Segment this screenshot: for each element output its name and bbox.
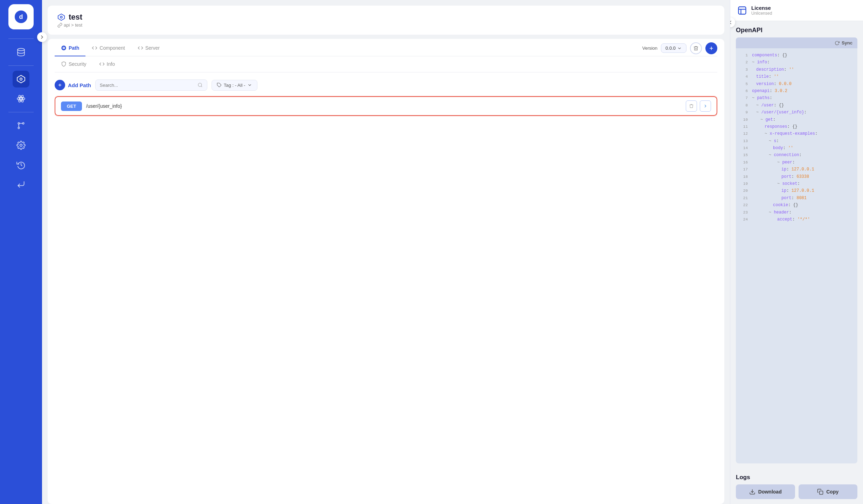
- sidebar-item-api[interactable]: [13, 71, 29, 88]
- path-tab-icon: [61, 45, 67, 51]
- code-line-15: 15 ~ connection:: [741, 152, 852, 159]
- code-line-11: 11 responses: {}: [741, 123, 852, 130]
- sidebar-item-database[interactable]: [13, 44, 29, 61]
- code-line-3: 3 description: '': [741, 66, 852, 73]
- svg-rect-31: [820, 491, 823, 495]
- download-label: Download: [758, 489, 782, 495]
- logs-actions: Download Copy: [736, 484, 857, 499]
- path-delete-button[interactable]: [686, 100, 697, 112]
- add-path-plus-icon: [55, 80, 65, 90]
- right-panel: License Unlicensed OpenAPI Sync 1 compon…: [730, 0, 863, 504]
- sidebar-collapse-button[interactable]: [37, 32, 47, 42]
- logs-section: Logs Download Copy: [730, 469, 863, 504]
- breadcrumb: api > test: [57, 22, 82, 28]
- tab-controls: Version 0.0.0: [642, 42, 717, 54]
- code-line-13: 13 ~ s:: [741, 138, 852, 145]
- sync-label: Sync: [842, 40, 852, 46]
- main-content: test api > test Path: [42, 0, 730, 504]
- main-tab-row: Path Component Server Version 0.0.0: [55, 39, 717, 56]
- sidebar-divider-3: [8, 112, 34, 112]
- code-line-4: 4 title: '': [741, 73, 852, 80]
- path-item[interactable]: GET /user/{user_info}: [55, 96, 717, 116]
- svg-text:d: d: [19, 13, 23, 20]
- sync-button[interactable]: Sync: [835, 40, 852, 46]
- openapi-editor: Sync 1 components: {} 2 ~ info: 3 descri…: [736, 37, 857, 463]
- code-line-6: 6 openapi: 3.0.2: [741, 88, 852, 94]
- code-line-19: 19 ~ socket:: [741, 180, 852, 187]
- svg-rect-27: [739, 7, 746, 14]
- svg-point-24: [198, 83, 202, 86]
- trash-icon: [693, 46, 699, 51]
- path-actions: [686, 100, 711, 112]
- svg-line-25: [201, 86, 202, 87]
- version-select[interactable]: 0.0.0: [661, 43, 686, 53]
- tag-chevron-icon: [247, 83, 252, 88]
- panel-toggle-icon: [730, 20, 732, 24]
- openapi-title: OpenAPI: [736, 27, 857, 34]
- svg-point-19: [63, 48, 64, 49]
- method-badge: GET: [61, 102, 82, 111]
- code-line-24: 24 accept: '*/*': [741, 216, 852, 223]
- search-input[interactable]: [100, 83, 195, 88]
- content-body: Add Path Tag : - All -: [55, 72, 717, 504]
- svg-point-10: [22, 122, 24, 124]
- project-title: test: [69, 13, 82, 22]
- breadcrumb-text: api > test: [64, 22, 82, 28]
- code-line-7: 7 ~ paths:: [741, 94, 852, 102]
- code-line-1: 1 components: {}: [741, 52, 852, 59]
- svg-point-2: [18, 48, 25, 51]
- component-tab-icon: [92, 45, 97, 51]
- tab-info[interactable]: Info: [93, 56, 121, 72]
- copy-label: Copy: [826, 489, 838, 495]
- arrow-right-icon: [703, 104, 708, 108]
- code-line-12: 12 ~ x-request-examples:: [741, 130, 852, 137]
- path-navigate-button[interactable]: [700, 100, 711, 112]
- sub-tab-row: Security Info: [55, 56, 717, 72]
- tab-area: Path Component Server Version 0.0.0: [48, 39, 724, 504]
- license-text: License Unlicensed: [751, 5, 772, 16]
- sidebar-item-atom[interactable]: [13, 90, 29, 107]
- svg-point-4: [20, 78, 22, 80]
- tab-path[interactable]: Path: [55, 40, 85, 56]
- sidebar-item-export[interactable]: [13, 176, 29, 193]
- code-line-18: 18 port: 63338: [741, 173, 852, 180]
- editor-content[interactable]: 1 components: {} 2 ~ info: 3 description…: [736, 48, 857, 463]
- editor-toolbar: Sync: [736, 37, 857, 48]
- code-line-14: 14 body: '': [741, 145, 852, 152]
- download-button[interactable]: Download: [736, 484, 795, 499]
- tab-server[interactable]: Server: [131, 40, 166, 56]
- add-path-button[interactable]: Add Path: [55, 80, 91, 90]
- sidebar-item-history[interactable]: [13, 156, 29, 173]
- sidebar-item-git[interactable]: [13, 117, 29, 134]
- path-controls: Add Path Tag : - All -: [55, 79, 717, 91]
- tag-filter[interactable]: Tag : - All -: [212, 80, 257, 91]
- sidebar-divider-1: [8, 38, 34, 39]
- sync-icon: [835, 41, 840, 46]
- license-icon: [737, 6, 747, 15]
- version-value: 0.0.0: [665, 46, 676, 51]
- sidebar: d: [0, 0, 42, 504]
- sidebar-item-settings[interactable]: [13, 137, 29, 154]
- code-line-2: 2 ~ info:: [741, 59, 852, 66]
- tab-component[interactable]: Component: [85, 40, 131, 56]
- svg-marker-15: [58, 14, 64, 20]
- license-bar: License Unlicensed: [730, 0, 863, 21]
- logs-title: Logs: [736, 474, 857, 481]
- code-line-8: 8 ~ /user: {}: [741, 102, 852, 109]
- delete-version-button[interactable]: [690, 42, 702, 54]
- svg-point-9: [18, 127, 19, 128]
- license-subtitle: Unlicensed: [751, 11, 772, 16]
- security-tab-icon: [61, 61, 67, 67]
- download-icon: [749, 489, 755, 495]
- code-line-21: 21 port: 8081: [741, 195, 852, 202]
- info-tab-icon: [99, 61, 105, 67]
- tab-security[interactable]: Security: [55, 56, 93, 72]
- link-icon: [57, 23, 62, 28]
- copy-button[interactable]: Copy: [799, 484, 858, 499]
- search-box[interactable]: [95, 79, 207, 91]
- sidebar-logo: d: [8, 4, 34, 29]
- add-version-button[interactable]: [705, 42, 717, 54]
- svg-point-5: [20, 98, 22, 99]
- svg-point-11: [18, 122, 19, 124]
- copy-icon: [817, 489, 823, 495]
